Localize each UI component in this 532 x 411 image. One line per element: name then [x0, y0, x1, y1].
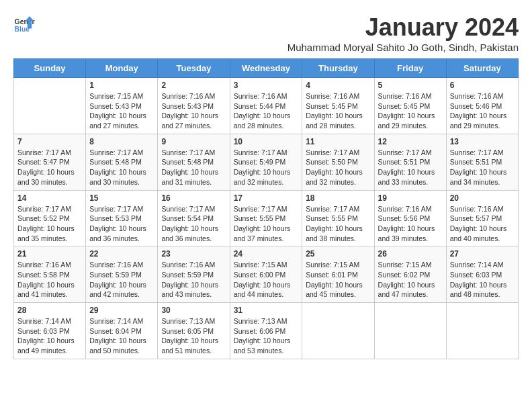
day-info: Sunrise: 7:16 AMSunset: 5:56 PMDaylight:… — [378, 204, 443, 244]
calendar-cell: 27Sunrise: 7:14 AMSunset: 6:03 PMDayligh… — [446, 246, 518, 303]
day-info: Sunrise: 7:16 AMSunset: 5:59 PMDaylight:… — [89, 260, 154, 300]
day-info: Sunrise: 7:17 AMSunset: 5:50 PMDaylight:… — [306, 148, 370, 187]
calendar-cell: 26Sunrise: 7:15 AMSunset: 6:02 PMDayligh… — [374, 246, 446, 303]
calendar-week-row: 14Sunrise: 7:17 AMSunset: 5:52 PMDayligh… — [14, 190, 519, 246]
day-info: Sunrise: 7:17 AMSunset: 5:54 PMDaylight:… — [161, 204, 226, 244]
day-number: 7 — [17, 137, 82, 146]
col-header-saturday: Saturday — [446, 59, 518, 78]
calendar-cell: 1Sunrise: 7:15 AMSunset: 5:43 PMDaylight… — [86, 78, 158, 134]
day-number: 31 — [234, 306, 299, 315]
col-header-friday: Friday — [374, 59, 446, 78]
day-info: Sunrise: 7:16 AMSunset: 5:58 PMDaylight:… — [17, 260, 82, 300]
day-info: Sunrise: 7:17 AMSunset: 5:51 PMDaylight:… — [378, 148, 443, 187]
day-info: Sunrise: 7:17 AMSunset: 5:55 PMDaylight:… — [234, 204, 299, 244]
day-info: Sunrise: 7:16 AMSunset: 5:59 PMDaylight:… — [161, 260, 226, 300]
calendar-cell: 24Sunrise: 7:15 AMSunset: 6:00 PMDayligh… — [230, 246, 302, 303]
calendar-cell: 31Sunrise: 7:13 AMSunset: 6:06 PMDayligh… — [230, 303, 302, 359]
day-number: 4 — [306, 81, 370, 90]
calendar-cell: 9Sunrise: 7:17 AMSunset: 5:48 PMDaylight… — [158, 134, 230, 190]
day-info: Sunrise: 7:17 AMSunset: 5:48 PMDaylight:… — [161, 148, 226, 187]
day-info: Sunrise: 7:17 AMSunset: 5:55 PMDaylight:… — [306, 204, 370, 244]
day-info: Sunrise: 7:17 AMSunset: 5:51 PMDaylight:… — [450, 148, 515, 187]
day-info: Sunrise: 7:17 AMSunset: 5:52 PMDaylight:… — [17, 204, 82, 244]
day-number: 3 — [234, 81, 299, 90]
calendar-cell — [302, 303, 374, 359]
calendar-cell: 3Sunrise: 7:16 AMSunset: 5:44 PMDaylight… — [230, 78, 302, 134]
calendar-cell: 14Sunrise: 7:17 AMSunset: 5:52 PMDayligh… — [14, 190, 86, 246]
calendar-cell: 16Sunrise: 7:17 AMSunset: 5:54 PMDayligh… — [158, 190, 230, 246]
day-number: 30 — [161, 306, 226, 315]
calendar-cell: 23Sunrise: 7:16 AMSunset: 5:59 PMDayligh… — [158, 246, 230, 303]
calendar-week-row: 1Sunrise: 7:15 AMSunset: 5:43 PMDaylight… — [14, 78, 519, 134]
day-number: 24 — [234, 249, 299, 259]
day-number: 13 — [450, 137, 515, 146]
day-number: 20 — [450, 193, 515, 203]
day-number: 27 — [450, 249, 515, 259]
page-header: General Blue January 2024 Muhammad Morya… — [13, 13, 519, 53]
day-number: 10 — [234, 137, 299, 146]
calendar-cell: 25Sunrise: 7:15 AMSunset: 6:01 PMDayligh… — [302, 246, 374, 303]
day-number: 26 — [378, 249, 443, 259]
day-number: 6 — [450, 81, 515, 90]
day-info: Sunrise: 7:15 AMSunset: 5:43 PMDaylight:… — [89, 91, 154, 131]
day-info: Sunrise: 7:16 AMSunset: 5:57 PMDaylight:… — [450, 204, 515, 244]
day-number: 5 — [378, 81, 443, 90]
day-number: 12 — [378, 137, 443, 146]
calendar-week-row: 28Sunrise: 7:14 AMSunset: 6:03 PMDayligh… — [14, 303, 519, 359]
col-header-tuesday: Tuesday — [158, 59, 230, 78]
calendar-cell: 20Sunrise: 7:16 AMSunset: 5:57 PMDayligh… — [446, 190, 518, 246]
day-info: Sunrise: 7:14 AMSunset: 6:03 PMDaylight:… — [17, 316, 82, 356]
col-header-monday: Monday — [86, 59, 158, 78]
day-info: Sunrise: 7:17 AMSunset: 5:47 PMDaylight:… — [17, 148, 82, 187]
calendar-cell: 19Sunrise: 7:16 AMSunset: 5:56 PMDayligh… — [374, 190, 446, 246]
day-number: 1 — [89, 81, 154, 90]
col-header-thursday: Thursday — [302, 59, 374, 78]
day-info: Sunrise: 7:13 AMSunset: 6:05 PMDaylight:… — [161, 316, 226, 356]
day-number: 11 — [306, 137, 370, 146]
logo-icon: General Blue — [13, 13, 35, 35]
day-info: Sunrise: 7:13 AMSunset: 6:06 PMDaylight:… — [234, 316, 299, 356]
calendar-cell: 12Sunrise: 7:17 AMSunset: 5:51 PMDayligh… — [374, 134, 446, 190]
calendar-cell: 5Sunrise: 7:16 AMSunset: 5:45 PMDaylight… — [374, 78, 446, 134]
calendar-cell: 6Sunrise: 7:16 AMSunset: 5:46 PMDaylight… — [446, 78, 518, 134]
day-info: Sunrise: 7:16 AMSunset: 5:45 PMDaylight:… — [378, 91, 443, 131]
calendar-cell: 4Sunrise: 7:16 AMSunset: 5:45 PMDaylight… — [302, 78, 374, 134]
calendar-cell: 15Sunrise: 7:17 AMSunset: 5:53 PMDayligh… — [86, 190, 158, 246]
calendar-cell: 8Sunrise: 7:17 AMSunset: 5:48 PMDaylight… — [86, 134, 158, 190]
col-header-sunday: Sunday — [14, 59, 86, 78]
day-number: 28 — [17, 306, 82, 315]
day-number: 2 — [161, 81, 226, 90]
title-block: January 2024 Muhammad Moryal Sahito Jo G… — [287, 13, 519, 53]
day-info: Sunrise: 7:16 AMSunset: 5:46 PMDaylight:… — [450, 91, 515, 131]
calendar-cell: 21Sunrise: 7:16 AMSunset: 5:58 PMDayligh… — [14, 246, 86, 303]
day-info: Sunrise: 7:15 AMSunset: 6:01 PMDaylight:… — [306, 260, 370, 300]
day-number: 29 — [89, 306, 154, 315]
day-info: Sunrise: 7:15 AMSunset: 6:00 PMDaylight:… — [234, 260, 299, 300]
calendar-cell: 22Sunrise: 7:16 AMSunset: 5:59 PMDayligh… — [86, 246, 158, 303]
day-info: Sunrise: 7:17 AMSunset: 5:53 PMDaylight:… — [89, 204, 154, 244]
calendar-cell: 13Sunrise: 7:17 AMSunset: 5:51 PMDayligh… — [446, 134, 518, 190]
day-number: 8 — [89, 137, 154, 146]
calendar-cell: 28Sunrise: 7:14 AMSunset: 6:03 PMDayligh… — [14, 303, 86, 359]
calendar-cell: 30Sunrise: 7:13 AMSunset: 6:05 PMDayligh… — [158, 303, 230, 359]
calendar-cell: 7Sunrise: 7:17 AMSunset: 5:47 PMDaylight… — [14, 134, 86, 190]
calendar-cell — [374, 303, 446, 359]
day-info: Sunrise: 7:17 AMSunset: 5:48 PMDaylight:… — [89, 148, 154, 187]
calendar-cell: 18Sunrise: 7:17 AMSunset: 5:55 PMDayligh… — [302, 190, 374, 246]
day-info: Sunrise: 7:14 AMSunset: 6:03 PMDaylight:… — [450, 260, 515, 300]
logo: General Blue — [13, 13, 35, 35]
day-info: Sunrise: 7:14 AMSunset: 6:04 PMDaylight:… — [89, 316, 154, 356]
day-number: 21 — [17, 249, 82, 259]
day-number: 14 — [17, 193, 82, 203]
calendar-cell: 17Sunrise: 7:17 AMSunset: 5:55 PMDayligh… — [230, 190, 302, 246]
day-info: Sunrise: 7:16 AMSunset: 5:43 PMDaylight:… — [161, 91, 226, 131]
calendar-title: January 2024 — [287, 13, 519, 42]
col-header-wednesday: Wednesday — [230, 59, 302, 78]
day-number: 9 — [161, 137, 226, 146]
day-info: Sunrise: 7:17 AMSunset: 5:49 PMDaylight:… — [234, 148, 299, 187]
calendar-cell: 11Sunrise: 7:17 AMSunset: 5:50 PMDayligh… — [302, 134, 374, 190]
day-number: 19 — [378, 193, 443, 203]
calendar-cell — [446, 303, 518, 359]
calendar-header-row: SundayMondayTuesdayWednesdayThursdayFrid… — [14, 59, 519, 78]
calendar-week-row: 7Sunrise: 7:17 AMSunset: 5:47 PMDaylight… — [14, 134, 519, 190]
